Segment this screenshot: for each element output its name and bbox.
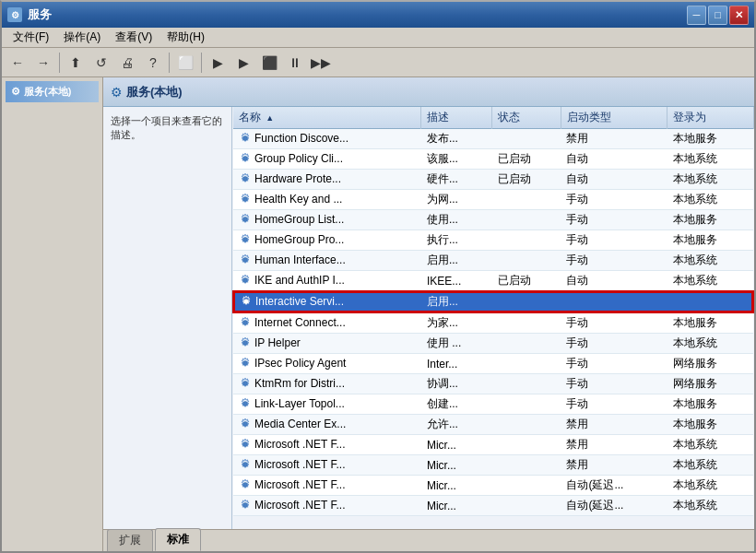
service-login-cell: 本地服务 <box>667 230 753 251</box>
service-startup-cell: 禁用 <box>561 455 667 476</box>
up-button[interactable]: ⬆ <box>64 51 88 75</box>
table-row[interactable]: IPsec Policy AgentInter...手动网络服务 <box>233 354 753 374</box>
help-button[interactable]: ? <box>141 51 165 75</box>
minimize-button[interactable]: ─ <box>687 6 706 25</box>
table-row[interactable]: Link-Layer Topol...创建...手动本地服务 <box>233 394 753 415</box>
service-gear-icon <box>240 295 253 308</box>
service-gear-icon <box>239 336 252 349</box>
service-gear-icon <box>239 253 252 266</box>
col-header-name[interactable]: 名称 ▲ <box>233 107 421 129</box>
table-row[interactable]: Interactive Servi...启用... <box>233 291 753 312</box>
col-header-status[interactable]: 状态 <box>492 107 561 129</box>
table-row[interactable]: Microsoft .NET F...Micr...禁用本地系统 <box>233 435 753 455</box>
stop-service-button[interactable]: ⬛ <box>257 51 281 75</box>
close-button[interactable]: ✕ <box>729 6 749 25</box>
pause-service-button[interactable]: ⏸ <box>283 51 307 75</box>
service-gear-icon <box>239 377 252 390</box>
service-login-cell: 本地服务 <box>667 210 753 230</box>
window-title: 服务 <box>28 6 687 23</box>
back-button[interactable]: ← <box>6 51 30 75</box>
service-login-cell: 本地系统 <box>667 251 753 271</box>
service-status-cell <box>492 455 561 476</box>
service-desc-cell: 使用 ... <box>421 334 492 354</box>
service-gear-icon <box>239 499 252 512</box>
table-row[interactable]: IKE and AuthIP I...IKEE...已启动自动本地系统 <box>233 271 753 292</box>
table-row[interactable]: HomeGroup List...使用...手动本地服务 <box>233 210 753 230</box>
service-desc-cell: 发布... <box>421 129 492 149</box>
table-row[interactable]: Hardware Prote...硬件...已启动自动本地系统 <box>233 170 753 190</box>
service-gear-icon <box>239 418 252 430</box>
table-row[interactable]: HomeGroup Pro...执行...手动本地服务 <box>233 230 753 251</box>
table-header-row: 名称 ▲ 描述 状态 启动类型 登录为 <box>233 107 753 129</box>
table-row[interactable]: Microsoft .NET F...Micr...自动(延迟...本地系统 <box>233 496 753 516</box>
table-row[interactable]: Microsoft .NET F...Micr...自动(延迟...本地系统 <box>233 476 753 496</box>
service-desc-cell: IKEE... <box>421 271 492 292</box>
sort-arrow: ▲ <box>266 113 274 123</box>
maximize-button[interactable]: □ <box>708 6 727 25</box>
main-window: ⚙ 服务 ─ □ ✕ 文件(F) 操作(A) 查看(V) 帮助(H) ← → ⬆… <box>0 0 756 553</box>
service-name-cell: IKE and AuthIP I... <box>233 271 421 292</box>
table-row[interactable]: Function Discove...发布...禁用本地服务 <box>233 129 753 149</box>
toolbar-separator-3 <box>201 53 202 73</box>
table-row[interactable]: IP Helper使用 ...手动本地系统 <box>233 334 753 354</box>
tab-expand[interactable]: 扩展 <box>107 529 153 551</box>
service-desc-cell: 为网... <box>421 190 492 210</box>
start-service-button2[interactable]: ▶ <box>231 51 255 75</box>
service-desc-cell: 该服... <box>421 149 492 170</box>
right-panel: ⚙ 服务(本地) 选择一个项目来查看它的描述。 名称 ▲ 描述 <box>103 77 754 551</box>
toolbar: ← → ⬆ ↺ 🖨 ? ⬜ ▶ ▶ ⬛ ⏸ ▶▶ <box>2 48 754 77</box>
service-name-cell: Microsoft .NET F... <box>233 435 421 455</box>
restart-service-button[interactable]: ▶▶ <box>309 51 333 75</box>
service-gear-icon <box>239 132 252 145</box>
service-name-cell: Function Discove... <box>233 129 421 149</box>
service-status-cell <box>492 210 561 230</box>
service-status-cell <box>492 394 561 415</box>
menu-file[interactable]: 文件(F) <box>6 28 56 47</box>
service-name-cell: HomeGroup Pro... <box>233 230 421 251</box>
service-name-cell: Internet Connect... <box>233 312 421 334</box>
service-startup-cell: 手动 <box>561 190 667 210</box>
service-name-cell: KtmRm for Distri... <box>233 374 421 394</box>
forward-button[interactable]: → <box>31 51 55 75</box>
table-row[interactable]: Group Policy Cli...该服...已启动自动本地系统 <box>233 149 753 170</box>
left-panel: ⚙ 服务(本地) <box>2 77 103 551</box>
col-header-login[interactable]: 登录为 <box>667 107 753 129</box>
service-status-cell <box>492 230 561 251</box>
tab-standard[interactable]: 标准 <box>155 528 201 551</box>
refresh-button[interactable]: ↺ <box>89 51 113 75</box>
table-row[interactable]: Internet Connect...为家...手动本地服务 <box>233 312 753 334</box>
table-row[interactable]: KtmRm for Distri...协调...手动网络服务 <box>233 374 753 394</box>
left-panel-header[interactable]: ⚙ 服务(本地) <box>6 81 99 102</box>
service-startup-cell: 手动 <box>561 374 667 394</box>
service-status-cell <box>492 251 561 271</box>
service-status-cell <box>492 476 561 496</box>
menu-view[interactable]: 查看(V) <box>108 28 159 47</box>
service-startup-cell: 禁用 <box>561 435 667 455</box>
service-name-cell: IP Helper <box>233 334 421 354</box>
service-login-cell: 网络服务 <box>667 354 753 374</box>
view-button[interactable]: ⬜ <box>173 51 197 75</box>
print-button[interactable]: 🖨 <box>115 51 139 75</box>
menu-help[interactable]: 帮助(H) <box>159 28 212 47</box>
service-login-cell: 本地服务 <box>667 312 753 334</box>
service-startup-cell: 手动 <box>561 394 667 415</box>
service-startup-cell: 手动 <box>561 251 667 271</box>
service-desc-cell: 启用... <box>421 251 492 271</box>
service-startup-cell: 自动 <box>561 149 667 170</box>
left-panel-icon: ⚙ <box>11 86 20 98</box>
col-header-startup[interactable]: 启动类型 <box>561 107 667 129</box>
title-bar: ⚙ 服务 ─ □ ✕ <box>2 2 754 28</box>
table-row[interactable]: Microsoft .NET F...Micr...禁用本地系统 <box>233 455 753 476</box>
col-header-desc[interactable]: 描述 <box>421 107 492 129</box>
service-desc-cell: Micr... <box>421 496 492 516</box>
menu-action[interactable]: 操作(A) <box>56 28 108 47</box>
service-startup-cell <box>561 291 667 312</box>
service-status-cell <box>492 291 561 312</box>
start-service-button[interactable]: ▶ <box>206 51 230 75</box>
services-table-area[interactable]: 名称 ▲ 描述 状态 启动类型 登录为 Function Discove...发… <box>232 107 754 529</box>
table-row[interactable]: Health Key and ...为网...手动本地系统 <box>233 190 753 210</box>
table-row[interactable]: Media Center Ex...允许...禁用本地服务 <box>233 415 753 435</box>
service-desc-cell: 执行... <box>421 230 492 251</box>
bottom-tabs: 扩展 标准 <box>103 529 754 551</box>
table-row[interactable]: Human Interface...启用...手动本地系统 <box>233 251 753 271</box>
